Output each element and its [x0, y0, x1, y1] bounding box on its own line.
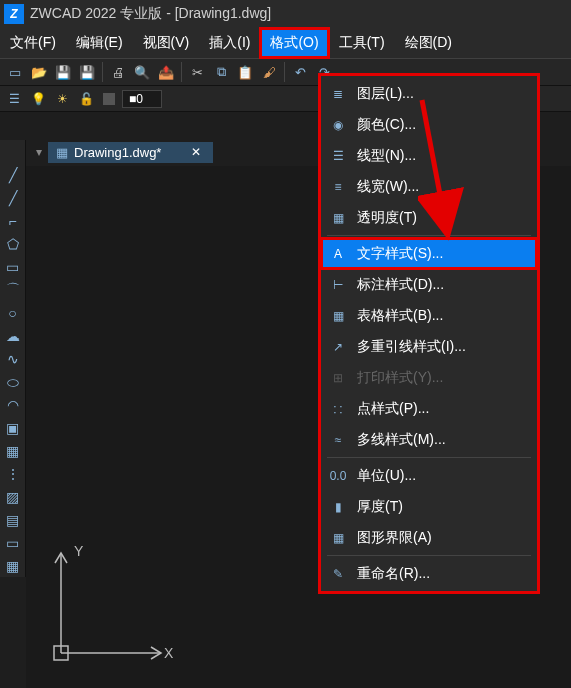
menu-rename[interactable]: ✎重命名(R)...: [321, 558, 537, 589]
menu-view[interactable]: 视图(V): [133, 28, 200, 58]
revcloud-tool-icon[interactable]: ☁: [2, 325, 24, 347]
tab-chevron-icon[interactable]: ▾: [32, 145, 48, 159]
table-style-icon: ▦: [329, 307, 347, 325]
point-tool-icon[interactable]: ⋮: [2, 463, 24, 485]
menu-edit[interactable]: 编辑(E): [66, 28, 133, 58]
dropdown-separator: [327, 555, 531, 556]
svg-text:Y: Y: [74, 543, 84, 559]
polygon-tool-icon[interactable]: ⬠: [2, 233, 24, 255]
save-icon[interactable]: 💾: [52, 61, 74, 83]
text-style-icon: A: [329, 245, 347, 263]
mline-style-icon: ≈: [329, 431, 347, 449]
publish-icon[interactable]: 📤: [155, 61, 177, 83]
dropdown-separator: [327, 235, 531, 236]
ellipsearc-tool-icon[interactable]: ◠: [2, 394, 24, 416]
region-tool-icon[interactable]: ▭: [2, 532, 24, 554]
paste-icon[interactable]: 📋: [234, 61, 256, 83]
circle-tool-icon[interactable]: ○: [2, 302, 24, 324]
spline-tool-icon[interactable]: ∿: [2, 348, 24, 370]
menu-point-style[interactable]: ⸬点样式(P)...: [321, 393, 537, 424]
lineweight-icon: ≡: [329, 178, 347, 196]
table-tool-icon[interactable]: ▦: [2, 555, 24, 577]
menu-text-style[interactable]: A文字样式(S)...: [321, 238, 537, 269]
layer-props-icon[interactable]: ☰: [4, 89, 24, 109]
layer-bulb-icon[interactable]: 💡: [28, 89, 48, 109]
insert-tool-icon[interactable]: ▣: [2, 417, 24, 439]
menu-tools[interactable]: 工具(T): [329, 28, 395, 58]
transparency-icon: ▦: [329, 209, 347, 227]
gradient-tool-icon[interactable]: ▤: [2, 509, 24, 531]
menu-thickness[interactable]: ▮厚度(T): [321, 491, 537, 522]
arc-tool-icon[interactable]: ⌒: [2, 279, 24, 301]
format-dropdown: ≣图层(L)... ◉颜色(C)... ☰线型(N)... ≡线宽(W)... …: [318, 73, 540, 594]
ellipse-tool-icon[interactable]: ⬭: [2, 371, 24, 393]
doc-icon: ▦: [56, 145, 68, 160]
mleader-style-icon: ↗: [329, 338, 347, 356]
layer-color-icon[interactable]: [103, 93, 115, 105]
layer-lock-icon[interactable]: 🔓: [76, 89, 96, 109]
new-icon[interactable]: ▭: [4, 61, 26, 83]
thickness-icon: ▮: [329, 498, 347, 516]
menu-draw[interactable]: 绘图(D): [395, 28, 462, 58]
svg-text:X: X: [164, 645, 174, 661]
menu-layer[interactable]: ≣图层(L)...: [321, 78, 537, 109]
toolbar-separator: [284, 62, 285, 82]
menu-dim-style[interactable]: ⊢标注样式(D)...: [321, 269, 537, 300]
menu-units[interactable]: 0.0单位(U)...: [321, 460, 537, 491]
app-logo-icon: Z: [4, 4, 24, 24]
toolbar-separator: [102, 62, 103, 82]
menu-lineweight[interactable]: ≡线宽(W)...: [321, 171, 537, 202]
saveas-icon[interactable]: 💾: [76, 61, 98, 83]
menu-print-style: ⊞打印样式(Y)...: [321, 362, 537, 393]
draw-toolbar: ╱ ╱ ⌐ ⬠ ▭ ⌒ ○ ☁ ∿ ⬭ ◠ ▣ ▦ ⋮ ▨ ▤ ▭ ▦: [0, 140, 26, 577]
hatch-tool-icon[interactable]: ▨: [2, 486, 24, 508]
polyline-tool-icon[interactable]: ⌐: [2, 210, 24, 232]
print-style-icon: ⊞: [329, 369, 347, 387]
open-icon[interactable]: 📂: [28, 61, 50, 83]
print-icon[interactable]: 🖨: [107, 61, 129, 83]
preview-icon[interactable]: 🔍: [131, 61, 153, 83]
copy-icon[interactable]: ⧉: [210, 61, 232, 83]
menu-mleader-style[interactable]: ↗多重引线样式(I)...: [321, 331, 537, 362]
tab-close-icon[interactable]: ✕: [187, 145, 205, 159]
menu-file[interactable]: 文件(F): [0, 28, 66, 58]
menu-linetype[interactable]: ☰线型(N)...: [321, 140, 537, 171]
menu-format[interactable]: 格式(O): [260, 28, 328, 58]
ucs-axis-icon: Y X: [46, 538, 176, 668]
menu-table-style[interactable]: ▦表格样式(B)...: [321, 300, 537, 331]
dim-style-icon: ⊢: [329, 276, 347, 294]
block-tool-icon[interactable]: ▦: [2, 440, 24, 462]
menu-insert[interactable]: 插入(I): [199, 28, 260, 58]
document-tab[interactable]: ▦ Drawing1.dwg* ✕: [48, 142, 213, 163]
menu-limits[interactable]: ▦图形界限(A): [321, 522, 537, 553]
match-icon[interactable]: 🖌: [258, 61, 280, 83]
layers-icon: ≣: [329, 85, 347, 103]
rename-icon: ✎: [329, 565, 347, 583]
title-bar: Z ZWCAD 2022 专业版 - [Drawing1.dwg]: [0, 0, 571, 28]
dropdown-separator: [327, 457, 531, 458]
units-icon: 0.0: [329, 467, 347, 485]
menu-color[interactable]: ◉颜色(C)...: [321, 109, 537, 140]
layer-freeze-icon[interactable]: ☀: [52, 89, 72, 109]
menu-transparency[interactable]: ▦透明度(T): [321, 202, 537, 233]
layer-combo[interactable]: ■ 0: [122, 90, 162, 108]
linetype-icon: ☰: [329, 147, 347, 165]
palette-icon: ◉: [329, 116, 347, 134]
menu-bar: 文件(F) 编辑(E) 视图(V) 插入(I) 格式(O) 工具(T) 绘图(D…: [0, 28, 571, 58]
line-tool-icon[interactable]: ╱: [2, 164, 24, 186]
menu-mline-style[interactable]: ≈多线样式(M)...: [321, 424, 537, 455]
app-title: ZWCAD 2022 专业版 - [Drawing1.dwg]: [30, 5, 271, 23]
rectangle-tool-icon[interactable]: ▭: [2, 256, 24, 278]
undo-icon[interactable]: ↶: [289, 61, 311, 83]
toolbar-separator: [181, 62, 182, 82]
tab-label: Drawing1.dwg*: [74, 145, 161, 160]
point-style-icon: ⸬: [329, 400, 347, 418]
cut-icon[interactable]: ✂: [186, 61, 208, 83]
xline-tool-icon[interactable]: ╱: [2, 187, 24, 209]
document-tabs: ▾ ▦ Drawing1.dwg* ✕: [32, 140, 213, 164]
limits-icon: ▦: [329, 529, 347, 547]
